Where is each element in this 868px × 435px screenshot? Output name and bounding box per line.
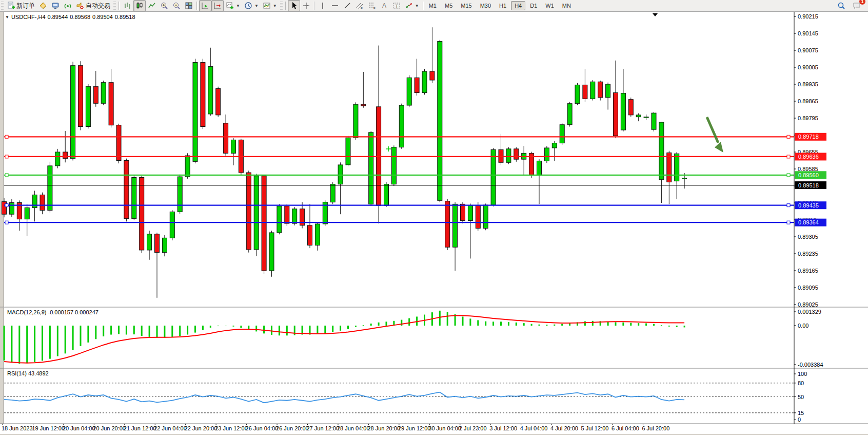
candle <box>308 225 312 245</box>
clock-icon <box>244 2 252 10</box>
expand-caret-icon[interactable]: ▼ <box>5 15 9 20</box>
timeframe-m15[interactable]: M15 <box>457 1 475 10</box>
candle <box>552 143 557 148</box>
candle <box>506 149 511 162</box>
auto-scroll-button[interactable] <box>199 0 211 11</box>
candle <box>155 234 160 253</box>
line-handle[interactable] <box>5 204 8 207</box>
cursor-tool-button[interactable] <box>288 0 300 11</box>
indicators-button[interactable]: ▼ <box>261 0 279 11</box>
zoom-out-button[interactable] <box>170 0 183 11</box>
text-label-tool-button[interactable]: T <box>390 0 403 11</box>
time-axis-label: 28 Jun 04:00 <box>337 425 370 431</box>
toolbar-grip[interactable] <box>1 2 4 10</box>
toolbar-grip[interactable] <box>113 2 116 10</box>
line-handle[interactable] <box>787 174 790 177</box>
price-line-label: 0.89636 <box>798 154 819 160</box>
timeframe-m1[interactable]: M1 <box>425 1 440 10</box>
chevron-down-icon: ▼ <box>415 4 419 8</box>
main-toolbar: 新订单 自动交 <box>0 0 868 12</box>
timeframe-m30[interactable]: M30 <box>477 1 495 10</box>
timeframe-d1[interactable]: D1 <box>526 1 541 10</box>
candle <box>476 205 480 229</box>
candle <box>361 104 366 106</box>
price-line-label: 0.89560 <box>798 172 819 178</box>
line-handle[interactable] <box>5 174 8 177</box>
candle <box>399 105 404 147</box>
line-handle[interactable] <box>5 135 8 138</box>
line-handle[interactable] <box>787 221 790 224</box>
new-order-label: 新订单 <box>16 2 35 10</box>
time-axis-label: 29 Jun 12:00 <box>398 425 431 431</box>
timeframe-h1[interactable]: H1 <box>496 1 510 10</box>
candle <box>621 93 625 130</box>
line-handle[interactable] <box>787 135 790 138</box>
tile-windows-icon <box>185 2 193 10</box>
candle <box>514 149 519 159</box>
tile-windows-button[interactable] <box>183 0 195 11</box>
trading-platform-window: 0.902150.901450.900750.900050.899350.898… <box>0 0 868 435</box>
time-axis-label: 26 Jun 04:00 <box>246 425 279 431</box>
timeframe-w1[interactable]: W1 <box>542 1 558 10</box>
notifications-button[interactable]: 1 <box>851 0 863 11</box>
timeframe-mn[interactable]: MN <box>559 1 575 10</box>
candle <box>614 93 618 136</box>
candlestick-mode-button[interactable] <box>133 0 146 11</box>
line-handle[interactable] <box>5 155 8 158</box>
line-handle[interactable] <box>787 155 790 158</box>
bar-chart-mode-button[interactable] <box>121 0 133 11</box>
channel-tool-button[interactable]: E <box>353 0 366 11</box>
time-axis-label: 21 Jun 12:00 <box>124 425 156 431</box>
svg-text:T: T <box>395 4 398 9</box>
time-axis-label: 6 Jul 20:00 <box>642 425 669 431</box>
chart-canvas[interactable]: 0.902150.901450.900750.900050.899350.898… <box>0 0 868 435</box>
vertical-line-tool-button[interactable] <box>317 0 329 11</box>
timeframe-m5[interactable]: M5 <box>441 1 456 10</box>
candle <box>652 113 656 129</box>
time-axis-label: 20 Jun 04:00 <box>63 425 95 431</box>
candle <box>369 133 373 204</box>
candle <box>598 82 603 98</box>
new-order-button[interactable]: 新订单 <box>5 0 37 11</box>
timeframe-h4[interactable]: H4 <box>511 1 525 10</box>
candle <box>628 100 633 115</box>
zoom-in-button[interactable] <box>158 0 170 11</box>
line-handle[interactable] <box>787 204 790 207</box>
horizontal-line-tool-button[interactable] <box>329 0 341 11</box>
candle <box>483 205 488 228</box>
toolbar-grip[interactable] <box>280 2 283 10</box>
period-button[interactable]: ▼ <box>242 0 261 11</box>
macd-scale-label: -0.003384 <box>798 362 823 368</box>
terminal-button[interactable] <box>49 0 62 11</box>
text-tool-button[interactable]: A <box>378 0 390 11</box>
trendline-tool-button[interactable] <box>341 0 353 11</box>
candle <box>430 71 435 80</box>
rsi-scale-label: 0 <box>798 417 801 423</box>
signal-button[interactable] <box>62 0 74 11</box>
arrows-tool-button[interactable]: ▼ <box>403 0 421 11</box>
candle <box>193 63 198 162</box>
candle <box>682 178 687 179</box>
time-axis-label: 23 Jun 12:00 <box>215 425 248 431</box>
new-chart-button[interactable]: ▼ <box>224 0 242 11</box>
price-tick-label: 0.89305 <box>798 234 818 240</box>
candle <box>407 78 411 105</box>
line-handle[interactable] <box>5 221 8 224</box>
timeframe-group: M1M5M15M30H1H4D1W1MN <box>425 1 575 10</box>
crosshair-tool-button[interactable] <box>300 0 312 11</box>
channel-icon: E <box>356 2 364 10</box>
candle <box>644 117 648 118</box>
search-button[interactable] <box>835 0 847 11</box>
line-chart-mode-button[interactable] <box>146 0 158 11</box>
time-axis-label: 28 Jun 20:00 <box>367 425 400 431</box>
candle <box>55 152 60 166</box>
svg-text:E: E <box>361 7 363 10</box>
price-tick-label: 0.89865 <box>798 98 818 104</box>
auto-trading-button[interactable]: 自动交易 <box>74 0 112 11</box>
bar-chart-icon <box>123 2 131 10</box>
chevron-down-icon: ▼ <box>254 4 259 8</box>
chart-shift-button[interactable] <box>211 0 224 11</box>
fibonacci-tool-button[interactable]: F <box>366 0 378 11</box>
candle <box>461 204 465 220</box>
market-watch-button[interactable] <box>37 0 49 11</box>
